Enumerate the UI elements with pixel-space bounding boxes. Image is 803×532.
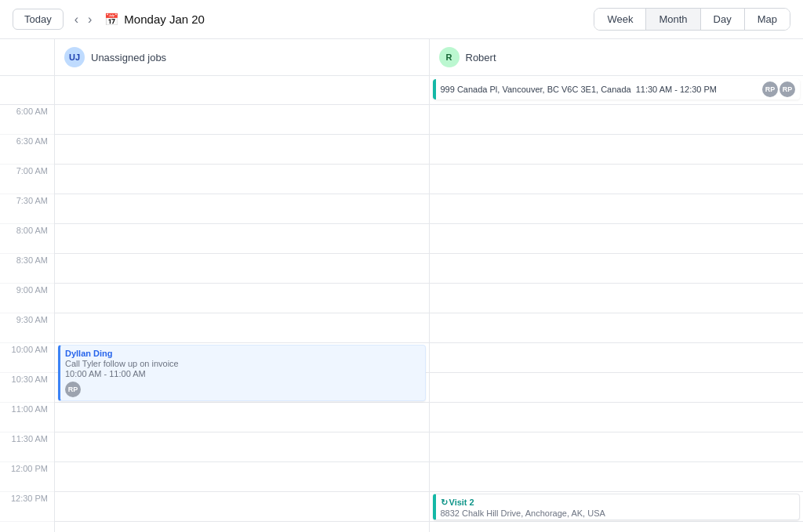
day-cell[interactable] [55, 403, 429, 432]
all-day-col-unassigned [55, 76, 430, 104]
all-day-gutter [0, 76, 55, 104]
day-cell[interactable] [430, 284, 804, 313]
day-cell[interactable] [430, 135, 804, 165]
day-cell[interactable] [55, 284, 429, 313]
day-cell[interactable] [55, 105, 429, 135]
time-label: 8:00 AM [0, 224, 54, 254]
time-label: 6:30 AM [0, 135, 54, 165]
time-label: 8:30 AM [0, 254, 54, 284]
time-gutter-header [0, 39, 55, 75]
current-date: Monday Jan 20 [124, 13, 205, 26]
view-week-button[interactable]: Week [594, 9, 646, 30]
time-label: 12:30 PM [0, 492, 54, 522]
time-label: 7:30 AM [0, 194, 54, 224]
next-button[interactable]: › [83, 10, 96, 29]
allday-event-time: 11:30 AM - 12:30 PM [636, 85, 717, 94]
time-label: 6:00 AM [0, 105, 54, 135]
view-day-button[interactable]: Day [701, 9, 745, 30]
avatar-r: R [439, 47, 460, 67]
calendar-container: UJ Unassigned jobs R Robert 999 Canada P… [0, 39, 803, 532]
event-desc: 8832 Chalk Hill Drive, Anchorage, AK, US… [441, 508, 795, 518]
time-label: 10:00 AM [0, 343, 54, 373]
avatar-uj: UJ [64, 47, 85, 67]
time-label: 9:30 AM [0, 313, 54, 343]
recur-icon: ↻ [441, 498, 448, 507]
calendar-icon: 📅 [104, 13, 119, 27]
calendar-header: Today ‹ › 📅 Monday Jan 20 Week Month Day… [0, 0, 803, 39]
event-title: ↻Visit 2 [441, 498, 795, 508]
event-avatar: RP [65, 382, 81, 397]
day-cell[interactable] [430, 194, 804, 224]
day-cell[interactable] [55, 462, 429, 492]
column-headers: UJ Unassigned jobs R Robert [0, 39, 803, 76]
col-label-robert: Robert [466, 52, 496, 63]
day-cell[interactable] [430, 313, 804, 343]
view-switcher: Week Month Day Map [594, 8, 790, 31]
event-time: 10:00 AM - 11:00 AM [65, 369, 420, 378]
day-col-robert: ↻Visit 2 8832 Chalk Hill Drive, Anchorag… [430, 105, 804, 532]
view-month-button[interactable]: Month [646, 9, 700, 30]
event-title: Dyllan Ding [65, 349, 420, 358]
day-cell[interactable] [55, 224, 429, 254]
prev-button[interactable]: ‹ [70, 10, 83, 29]
calendar-body: 6:00 AM6:30 AM7:00 AM7:30 AM8:00 AM8:30 … [0, 105, 803, 532]
day-col-unassigned: Dyllan Ding Call Tyler follow up on invo… [55, 105, 430, 532]
allday-event-robert[interactable]: 999 Canada Pl, Vancouver, BC V6C 3E1, Ca… [433, 79, 801, 100]
time-label: 9:00 AM [0, 284, 54, 313]
time-gutter: 6:00 AM6:30 AM7:00 AM7:30 AM8:00 AM8:30 … [0, 105, 55, 532]
time-label: 11:30 AM [0, 432, 54, 462]
day-cell[interactable] [430, 373, 804, 403]
day-columns: Dyllan Ding Call Tyler follow up on invo… [55, 105, 803, 532]
day-cell[interactable] [430, 432, 804, 462]
allday-avatar-1: RP [762, 81, 778, 97]
allday-event-avatars: RP RP [762, 81, 795, 97]
day-cell[interactable] [430, 462, 804, 492]
allday-avatar-2: RP [779, 81, 795, 97]
today-button[interactable]: Today [13, 9, 64, 30]
time-label: 11:00 AM [0, 403, 54, 432]
event-visit2[interactable]: ↻Visit 2 8832 Chalk Hill Drive, Anchorag… [433, 494, 801, 520]
day-cell[interactable] [55, 313, 429, 343]
day-cell[interactable] [55, 254, 429, 284]
time-label: 12:00 PM [0, 462, 54, 492]
col-header-unassigned: UJ Unassigned jobs [55, 39, 430, 75]
day-cell[interactable] [55, 492, 429, 522]
day-cell[interactable] [430, 254, 804, 284]
event-desc: Call Tyler follow up on invoice [65, 359, 420, 368]
col-header-robert: R Robert [430, 39, 804, 75]
day-cell[interactable] [55, 165, 429, 194]
all-day-col-robert: 999 Canada Pl, Vancouver, BC V6C 3E1, Ca… [430, 76, 804, 104]
day-cell[interactable] [430, 105, 804, 135]
day-cell[interactable] [55, 432, 429, 462]
event-dyllan[interactable]: Dyllan Ding Call Tyler follow up on invo… [58, 345, 426, 401]
day-cell[interactable] [430, 224, 804, 254]
view-map-button[interactable]: Map [745, 9, 790, 30]
time-label: 10:30 AM [0, 373, 54, 403]
col-label-unassigned: Unassigned jobs [91, 52, 166, 63]
all-day-area: 999 Canada Pl, Vancouver, BC V6C 3E1, Ca… [0, 76, 803, 105]
day-cell[interactable] [430, 165, 804, 194]
allday-event-address: 999 Canada Pl, Vancouver, BC V6C 3E1, Ca… [441, 85, 631, 94]
day-cell[interactable] [55, 194, 429, 224]
day-cell[interactable] [430, 343, 804, 373]
day-cell[interactable] [55, 135, 429, 165]
day-cell[interactable] [430, 403, 804, 432]
time-label: 7:00 AM [0, 165, 54, 194]
